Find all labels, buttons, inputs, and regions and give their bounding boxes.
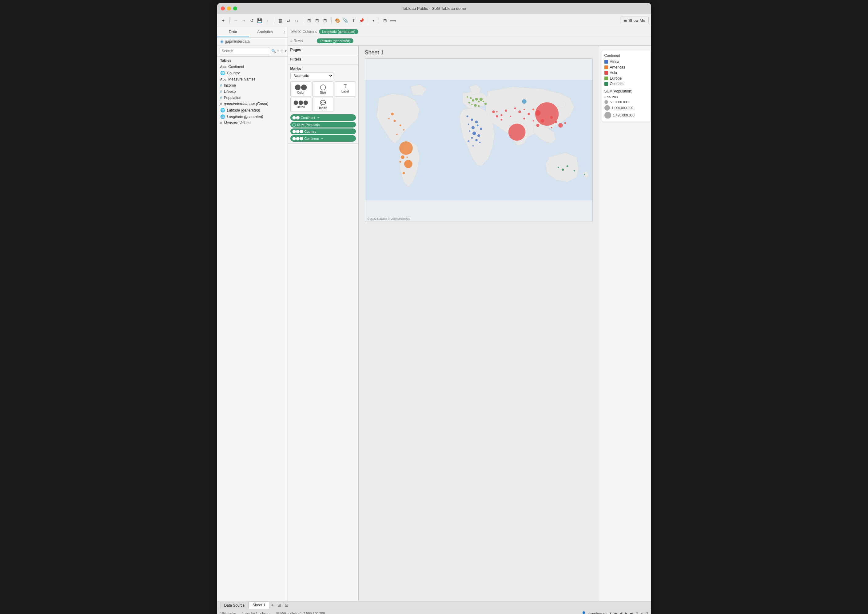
marks-section: Marks Automatic ⬤⬤ Color [288,65,358,144]
grid-view-icon[interactable]: ⊞ [635,611,638,614]
tooltip-icon: 💬 [320,100,326,106]
data-source-item[interactable]: ◉ gapminderdata [217,37,288,46]
bar-chart-icon[interactable]: ▦ [277,17,284,24]
back-button[interactable]: ← [232,17,240,24]
show-me-button[interactable]: ☰ Show Me [620,17,649,24]
detail-dots-icon: ⬤⬤⬤ [292,129,303,133]
new-sheet-icon[interactable]: ⊞ [321,17,329,24]
label-icon[interactable]: T [350,17,358,24]
fit-width-icon[interactable]: ⟺ [389,17,397,24]
nav-first-icon[interactable]: ⏮ [614,611,617,614]
detail-button[interactable]: ⬤⬤⬤ Detail [290,98,311,112]
data-source-tab[interactable]: Data Source [220,602,249,609]
legend-europe[interactable]: Europe [604,76,648,81]
sheet-title: Sheet 1 [359,46,599,58]
marks-continent-detail[interactable]: ⬤⬤⬤ Continent ≡ [290,135,356,142]
annotation-icon[interactable]: 📎 [342,17,349,24]
grid-view-icon[interactable]: ⊞ [280,49,283,53]
field-longitude[interactable]: 🌐 Longitude (generated) [217,113,288,120]
search-input[interactable] [219,48,270,54]
field-measure-names[interactable]: Abc Measure Names [217,76,288,82]
marks-country-detail[interactable]: ⬤⬤⬤ Country [290,129,356,134]
nav-last-icon[interactable]: ⏭ [630,611,633,614]
svg-point-70 [522,99,526,104]
field-income[interactable]: # Income [217,82,288,88]
tooltip-button[interactable]: 💬 Tooltip [313,98,333,112]
user-dropdown-icon[interactable]: ▾ [610,611,611,614]
close-button[interactable] [221,6,225,11]
size-button[interactable]: ◯ Size [313,81,333,96]
menu-icon[interactable]: ≡ [316,115,321,120]
color-button[interactable]: ⬤⬤ Color [290,81,311,96]
fit-view-icon[interactable]: ⊟ [645,611,648,614]
label-button[interactable]: T Label [334,81,356,96]
nav-prev-icon[interactable]: ◀ [620,611,622,614]
filter-icon[interactable]: ≡ [277,49,279,53]
color-label: Color [297,91,305,95]
marks-type-dropdown[interactable]: Automatic [290,72,333,79]
field-lifeexp[interactable]: # Lifeexp [217,88,288,95]
svg-point-9 [399,161,401,163]
field-continent[interactable]: Abc Continent [217,64,288,70]
search-bar: 🔍 ≡ ⊞ ▾ [217,46,288,57]
field-population[interactable]: # Population [217,95,288,101]
minimize-button[interactable] [227,6,231,11]
sidebar-close-button[interactable]: ‹ [281,27,288,37]
svg-point-19 [476,124,478,126]
hash-icon: # [220,121,222,125]
field-latitude[interactable]: 🌐 Latitude (generated) [217,107,288,113]
rows-pill[interactable]: Latitude (generated) [317,39,353,43]
map-background[interactable]: © 2022 Mapbox © OpenStreetMap [365,59,593,222]
size-item-1: 95.200 [604,95,648,99]
workspace: Pages Filters Marks Automatic [288,46,651,601]
analytics-tab[interactable]: Analytics [249,27,281,37]
undo-button[interactable]: ↺ [248,17,256,24]
legend-asia[interactable]: Asia [604,71,648,75]
globe-icon: 🌐 [220,114,225,119]
color-format-icon[interactable]: 🎨 [334,17,341,24]
new-dashboard-icon[interactable]: ⊞ [305,17,313,24]
marks-population-size[interactable]: ◯ SUM(Populatio... [290,122,356,127]
maximize-button[interactable] [233,6,237,11]
size-value-4: 1.420.000.000 [613,113,635,117]
columns-pill[interactable]: Longitude (generated) [319,29,358,34]
svg-point-45 [524,109,525,110]
window-title: Tableau Public - GoG Tableau demo [402,6,466,11]
standard-view-icon[interactable]: ⊞ [381,17,389,24]
asia-color [604,71,608,75]
list-view-icon[interactable]: ≡ [641,611,642,614]
svg-point-22 [472,132,476,135]
forward-button[interactable]: → [240,17,247,24]
sort-asc-icon[interactable]: ↑↓ [293,17,300,24]
legend-africa[interactable]: Africa [604,60,648,64]
pin-icon[interactable]: 📌 [358,17,366,24]
publish-button[interactable]: ↑ [264,17,272,24]
sheet1-tab[interactable]: Sheet 1 [249,602,269,609]
left-sidebar: Data Analytics ‹ ◉ gapminderdata 🔍 ≡ ⊞ ▾… [217,27,288,601]
columns-label: ⦿⦿⦿ Columns [290,29,317,34]
field-name: Income [224,83,236,88]
nav-next-icon[interactable]: ▶ [625,611,627,614]
swap-axes-icon[interactable]: ⇄ [285,17,292,24]
save-button[interactable]: 💾 [256,17,264,24]
menu-icon[interactable]: ≡ [320,136,325,141]
new-story-icon[interactable]: ⊟ [313,17,321,24]
svg-point-2 [399,124,401,126]
field-name: Population [224,96,241,100]
list-view-icon[interactable]: ▾ [285,49,287,53]
legend-oceania[interactable]: Oceania [604,82,648,86]
field-measure-values[interactable]: # Measure Values [217,120,288,126]
data-tab[interactable]: Data [217,27,249,37]
svg-point-37 [468,102,470,104]
legend-americas[interactable]: Americas [604,65,648,70]
field-country[interactable]: 🌐 Country [217,70,288,76]
marks-continent-color[interactable]: ⬤⬤ Continent ≡ [290,114,356,121]
field-csv-count[interactable]: # gapminderdata.csv (Count) [217,101,288,107]
svg-point-30 [470,97,471,99]
duplicate-sheet-button[interactable]: ⊞ [275,602,283,609]
svg-point-63 [496,115,498,117]
view-selector[interactable]: ▾ [371,18,376,23]
svg-point-31 [472,99,474,101]
add-sheet-button[interactable]: + [269,602,275,609]
arrange-sheets-button[interactable]: ⊟ [283,602,290,609]
